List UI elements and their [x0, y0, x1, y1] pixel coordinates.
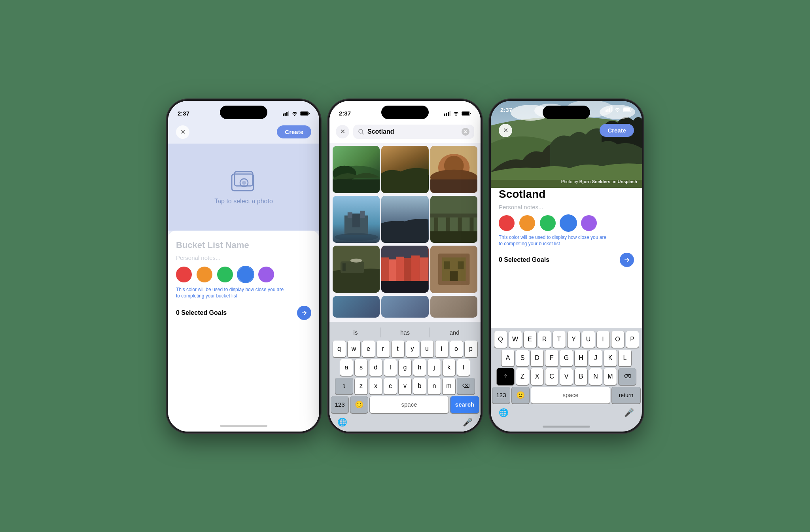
key-o[interactable]: o	[450, 341, 463, 357]
key-delete[interactable]: ⌫	[457, 378, 475, 394]
key3-return[interactable]: return	[612, 387, 640, 403]
key-u[interactable]: u	[421, 341, 433, 357]
key3-J[interactable]: J	[589, 350, 602, 366]
globe-icon-3[interactable]: 🌐	[499, 408, 509, 417]
suggestion-1[interactable]: is	[331, 328, 380, 337]
bucket-list-name[interactable]: Bucket List Name	[176, 240, 311, 250]
goals-arrow-3[interactable]	[620, 253, 634, 267]
color-blue-1[interactable]	[238, 267, 254, 282]
close-button-1[interactable]: ✕	[176, 125, 189, 139]
key-m[interactable]: m	[443, 378, 455, 394]
key-shift[interactable]: ⇧	[335, 378, 353, 394]
color-red-3[interactable]	[499, 215, 515, 231]
grid-photo-8[interactable]	[381, 246, 428, 293]
key3-G[interactable]: G	[560, 350, 573, 366]
grid-photo-7[interactable]	[333, 246, 380, 293]
key3-E[interactable]: E	[524, 331, 536, 348]
key3-H[interactable]: H	[575, 350, 587, 366]
grid-photo-5[interactable]	[381, 196, 428, 243]
key-e[interactable]: e	[362, 341, 375, 357]
key3-shift[interactable]: ⇧	[497, 368, 514, 385]
personal-notes-1[interactable]: Personal notes...	[176, 254, 311, 261]
photo-area[interactable]: Tap to select a photo	[168, 144, 319, 231]
grid-photo-9[interactable]	[430, 246, 477, 293]
grid-photo-2[interactable]	[381, 146, 428, 193]
key3-B[interactable]: B	[575, 368, 587, 385]
key-f[interactable]: f	[384, 359, 397, 376]
key-t[interactable]: t	[392, 341, 404, 357]
key-j[interactable]: j	[428, 359, 441, 376]
key3-Y[interactable]: Y	[568, 331, 580, 348]
key3-N[interactable]: N	[589, 368, 602, 385]
key3-P[interactable]: P	[626, 331, 639, 348]
color-orange-3[interactable]	[519, 215, 535, 231]
mic-icon-3[interactable]: 🎤	[624, 408, 634, 417]
key-emoji[interactable]: 🙂	[350, 396, 368, 413]
key-k[interactable]: k	[443, 359, 455, 376]
key3-D[interactable]: D	[531, 350, 543, 366]
key3-O[interactable]: O	[611, 331, 624, 348]
color-purple-1[interactable]	[258, 267, 274, 282]
key3-C[interactable]: C	[545, 368, 558, 385]
key3-delete[interactable]: ⌫	[619, 368, 636, 385]
key-r[interactable]: r	[377, 341, 390, 357]
grid-photo-partial-2[interactable]	[381, 296, 428, 318]
color-green-3[interactable]	[540, 215, 556, 231]
key-a[interactable]: a	[340, 359, 353, 376]
key3-L[interactable]: L	[619, 350, 631, 366]
key-v[interactable]: v	[399, 378, 411, 394]
mic-icon-2[interactable]: 🎤	[463, 417, 473, 427]
key3-M[interactable]: M	[604, 368, 617, 385]
key3-A[interactable]: A	[502, 350, 514, 366]
globe-icon-2[interactable]: 🌐	[337, 417, 347, 427]
grid-photo-6[interactable]	[430, 196, 477, 243]
goals-arrow-1[interactable]	[297, 306, 311, 320]
color-green-1[interactable]	[217, 267, 233, 282]
close-button-3[interactable]: ✕	[499, 124, 512, 137]
key3-K[interactable]: K	[604, 350, 617, 366]
key-i[interactable]: i	[435, 341, 448, 357]
key-c[interactable]: c	[384, 378, 397, 394]
key-p[interactable]: p	[465, 341, 477, 357]
key3-R[interactable]: R	[538, 331, 551, 348]
suggestion-3[interactable]: and	[430, 328, 479, 337]
grid-photo-4[interactable]	[333, 196, 380, 243]
key3-123[interactable]: 123	[492, 387, 510, 403]
close-button-2[interactable]: ✕	[336, 125, 349, 138]
key3-X[interactable]: X	[531, 368, 543, 385]
key-h[interactable]: h	[413, 359, 426, 376]
color-red-1[interactable]	[176, 267, 192, 282]
key-123[interactable]: 123	[331, 396, 348, 413]
key-n[interactable]: n	[428, 378, 441, 394]
key-b[interactable]: b	[413, 378, 426, 394]
key-x[interactable]: x	[369, 378, 382, 394]
phone3-notes[interactable]: Personal notes...	[499, 204, 634, 210]
key-space[interactable]: space	[370, 396, 449, 413]
suggestion-2[interactable]: has	[380, 328, 430, 337]
key3-U[interactable]: U	[582, 331, 595, 348]
key-d[interactable]: d	[369, 359, 382, 376]
key-q[interactable]: q	[333, 341, 346, 357]
key3-space[interactable]: space	[531, 387, 610, 403]
search-clear-button[interactable]	[462, 128, 469, 136]
key3-I[interactable]: I	[597, 331, 609, 348]
key3-S[interactable]: S	[516, 350, 529, 366]
color-purple-3[interactable]	[581, 215, 597, 231]
create-button-1[interactable]: Create	[277, 125, 311, 138]
key-s[interactable]: s	[355, 359, 367, 376]
key3-Z[interactable]: Z	[516, 368, 529, 385]
key3-Q[interactable]: Q	[494, 331, 507, 348]
key-g[interactable]: g	[399, 359, 411, 376]
key3-V[interactable]: V	[560, 368, 573, 385]
key-search[interactable]: search	[450, 396, 479, 413]
key-z[interactable]: z	[355, 378, 367, 394]
grid-photo-partial-1[interactable]	[333, 296, 380, 318]
key-l[interactable]: l	[457, 359, 470, 376]
key3-F[interactable]: F	[545, 350, 558, 366]
grid-photo-1[interactable]	[333, 146, 380, 193]
grid-photo-partial-3[interactable]	[430, 296, 477, 318]
color-blue-3[interactable]	[560, 215, 576, 231]
grid-photo-3[interactable]	[430, 146, 477, 193]
search-bar[interactable]: Scotland	[353, 125, 474, 139]
key3-T[interactable]: T	[553, 331, 566, 348]
